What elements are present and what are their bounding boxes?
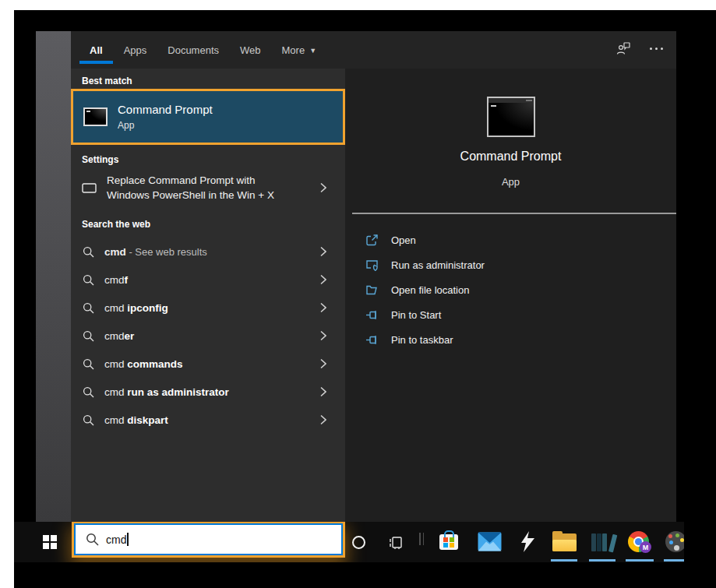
paint-palette-icon[interactable] <box>665 531 684 552</box>
chrome-profile-badge: M <box>640 541 651 553</box>
action-pin-to-taskbar[interactable]: Pin to taskbar <box>345 329 676 350</box>
mail-icon[interactable] <box>478 532 502 551</box>
running-indicator <box>626 559 654 562</box>
search-icon <box>82 357 94 370</box>
web-suggestion-row[interactable]: cmdf <box>71 266 345 294</box>
chevron-down-icon: ▼ <box>309 47 316 55</box>
feedback-icon[interactable] <box>615 40 631 56</box>
search-icon <box>82 414 94 426</box>
best-match-item[interactable]: Command Prompt App <box>71 89 345 145</box>
running-indicator <box>589 559 615 562</box>
chevron-right-icon <box>320 303 326 313</box>
running-indicator <box>551 559 577 562</box>
taskbar: cmd <box>14 522 684 562</box>
command-prompt-icon-large <box>487 97 535 137</box>
chevron-right-icon <box>320 183 326 193</box>
search-input-value[interactable]: cmd <box>106 533 126 546</box>
action-pin-to-start[interactable]: Pin to Start <box>345 304 676 326</box>
search-icon <box>82 329 94 342</box>
web-suggestion-row[interactable]: cmder <box>71 322 345 350</box>
search-icon <box>82 386 94 398</box>
file-explorer-icon[interactable] <box>552 533 577 551</box>
task-view-icon[interactable] <box>389 535 404 550</box>
best-match-title: Command Prompt <box>118 103 213 116</box>
library-icon[interactable] <box>590 533 616 551</box>
taskbar-search-box[interactable]: cmd <box>72 522 345 558</box>
background-window-strip <box>36 31 71 522</box>
search-tabbar: All Apps Documents Web More▼ <box>71 31 676 69</box>
text-caret <box>127 533 129 546</box>
tab-apps[interactable]: Apps <box>124 44 147 56</box>
best-match-subtitle: App <box>118 120 213 131</box>
search-icon <box>82 273 94 286</box>
preview-subtitle: App <box>345 176 676 188</box>
lightning-icon[interactable] <box>519 531 536 552</box>
chevron-right-icon <box>320 415 326 425</box>
tab-web[interactable]: Web <box>240 44 261 56</box>
chevron-right-icon <box>320 275 326 285</box>
preview-divider <box>352 213 676 214</box>
taskbar-divider <box>419 533 424 545</box>
action-run-as-administrator[interactable]: Run as administrator <box>345 254 676 276</box>
cortana-icon[interactable] <box>352 536 365 549</box>
command-prompt-icon <box>83 107 108 126</box>
action-open-file-location[interactable]: Open file location <box>345 279 676 301</box>
search-icon <box>82 301 94 314</box>
more-options-icon[interactable] <box>648 40 664 56</box>
section-label-best-match: Best match <box>82 76 132 86</box>
microsoft-store-icon[interactable] <box>439 529 458 550</box>
page: All Apps Documents Web More▼ Best match … <box>0 0 716 588</box>
running-indicator <box>664 559 684 562</box>
tab-more-label: More <box>282 44 305 56</box>
tab-more[interactable]: More▼ <box>282 44 317 56</box>
preview-title: Command Prompt <box>345 150 676 164</box>
file-location-icon <box>365 283 379 297</box>
settings-result-item[interactable]: Replace Command Prompt with Windows Powe… <box>71 165 345 210</box>
search-icon <box>82 245 94 258</box>
web-suggestion-row[interactable]: cmd diskpart <box>71 406 345 434</box>
pin-icon <box>365 308 379 322</box>
start-button[interactable] <box>43 535 57 549</box>
section-label-settings: Settings <box>82 154 118 165</box>
console-window-icon <box>82 181 97 195</box>
action-open[interactable]: Open <box>345 229 676 251</box>
pin-icon <box>365 333 379 347</box>
chrome-icon[interactable]: M <box>628 531 649 552</box>
chevron-right-icon <box>320 247 326 257</box>
web-suggestion-row[interactable]: cmd commands <box>71 350 345 378</box>
search-icon <box>86 533 99 546</box>
open-icon <box>365 234 379 247</box>
chevron-right-icon <box>320 359 326 369</box>
web-suggestion-row[interactable]: cmd ipconfig <box>71 294 345 322</box>
section-label-search-web: Search the web <box>82 219 150 230</box>
web-suggestion-row[interactable]: cmd - See web results <box>71 238 345 266</box>
search-flyout-panel: All Apps Documents Web More▼ Best match … <box>71 31 676 522</box>
tab-all[interactable]: All <box>90 44 103 56</box>
tab-documents[interactable]: Documents <box>168 44 219 56</box>
settings-result-text: Replace Command Prompt with Windows Powe… <box>107 173 274 202</box>
web-suggestion-row[interactable]: cmd run as administrator <box>71 378 345 406</box>
admin-shield-icon <box>365 259 379 272</box>
results-column: Best match Command Prompt App Settings R… <box>71 69 345 522</box>
chevron-right-icon <box>320 387 326 397</box>
chevron-right-icon <box>320 331 326 341</box>
preview-column: Command Prompt App Open <box>345 69 676 522</box>
